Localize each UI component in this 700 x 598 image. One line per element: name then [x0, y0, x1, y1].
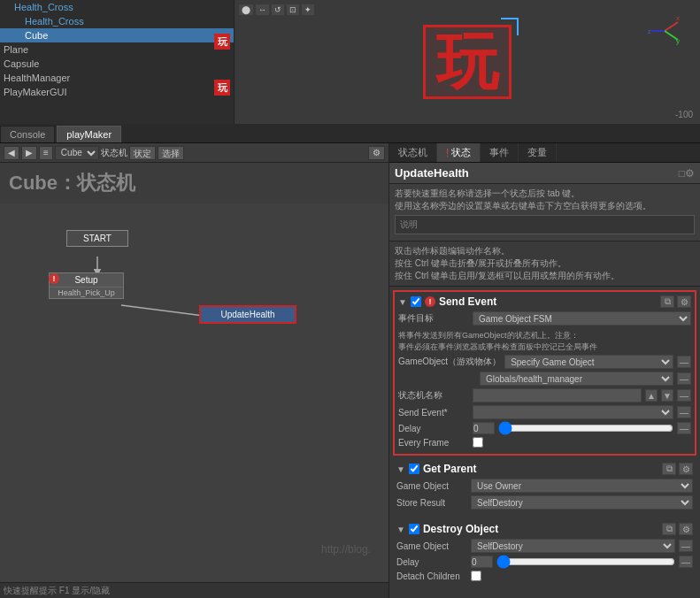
insp-tab-vars[interactable]: 变量	[519, 143, 557, 162]
sm-node-setup[interactable]: Setup Health_Pick_Up	[49, 272, 124, 299]
destroy-collapse[interactable]: ▼	[396, 525, 405, 534]
hierarchy-item-cube[interactable]: Cube	[0, 28, 234, 42]
scene-nav-btn5[interactable]: ✦	[302, 4, 314, 15]
destroy-gear-btn[interactable]: ⚙	[679, 523, 693, 535]
section-collapse-arrow[interactable]: ▼	[398, 297, 407, 307]
hierarchy-item[interactable]: Health_Cross	[0, 0, 234, 14]
get-parent-go-label: Game Object	[396, 481, 467, 491]
sm-connectors	[0, 203, 388, 582]
axis-gizmo: x y z	[647, 13, 682, 49]
hierarchy-item-playmaker[interactable]: PlayMakerGUI	[0, 85, 234, 99]
chinese-logo: 玩	[423, 25, 512, 99]
pm-settings-btn[interactable]: ⚙	[368, 146, 385, 160]
fsm-up-btn[interactable]: ▲	[645, 389, 658, 402]
pm-next-btn[interactable]: ▶	[21, 146, 37, 160]
destroy-go-minus-btn[interactable]: —	[679, 540, 693, 552]
section-title-destroy: Destroy Object	[423, 523, 498, 535]
destroy-delay-input[interactable]	[471, 556, 493, 568]
destroy-go-select[interactable]: SelfDestory	[471, 539, 675, 553]
get-parent-section: ▼ Get Parent ⧉ ⚙ Game Object Use Owner	[393, 459, 696, 516]
fsm-name-input[interactable]	[473, 388, 642, 402]
gameobject-row: GameObject（游戏物体） Specify Game Object —	[398, 355, 691, 369]
section-copy-btn[interactable]: ⧉	[660, 295, 674, 308]
pm-list-btn[interactable]: ≡	[39, 146, 53, 160]
get-parent-store-label: Store Result	[396, 498, 467, 508]
hierarchy-item-capsule[interactable]: Capsule	[0, 57, 234, 71]
insp-scroll[interactable]: ▼ ! Send Event ⧉ ⚙ 事件目标 Game Object	[389, 287, 700, 598]
get-parent-go-select[interactable]: Use Owner	[471, 479, 693, 493]
section-gear-btn[interactable]: ⚙	[677, 295, 691, 308]
get-parent-collapse[interactable]: ▼	[396, 464, 405, 474]
section-title-get-parent: Get Parent	[423, 463, 477, 475]
delay-slider[interactable]	[498, 423, 673, 433]
sm-node-start[interactable]: START	[66, 230, 128, 247]
destroy-detach-row: Detach Children	[396, 571, 693, 581]
destroy-delay-row: Delay —	[396, 556, 693, 568]
pm-title: Cube：状态机	[0, 163, 388, 203]
globals-select[interactable]: Globals/health_manager	[480, 372, 673, 386]
inspector-panel: 状态机 !状态 事件 变量 UpdateHealth □ ⚙ 若要快速重组名称请…	[389, 143, 700, 598]
delay-minus-btn[interactable]: —	[677, 422, 691, 434]
fsm-name-label: 状态机名称	[398, 389, 469, 402]
error-icon: !	[446, 147, 449, 159]
insp-square-btn[interactable]: □	[679, 167, 685, 180]
delay-input[interactable]	[473, 422, 495, 434]
insp-tab-events[interactable]: 事件	[481, 143, 519, 162]
destroy-copy-btn[interactable]: ⧉	[662, 523, 676, 535]
pm-select-btn[interactable]: 选择	[158, 146, 184, 160]
insp-gear-btn[interactable]: ⚙	[685, 167, 695, 180]
pm-prev-btn[interactable]: ◀	[4, 146, 19, 160]
event-target-select[interactable]: Game Object FSM	[473, 311, 691, 326]
inspector-tabs: 状态机 !状态 事件 变量	[389, 143, 700, 163]
event-target-label: 事件目标	[398, 312, 469, 325]
tab-playmaker[interactable]: playMaker	[57, 126, 121, 142]
send-event-minus-btn[interactable]: —	[677, 406, 691, 418]
send-event-select[interactable]	[473, 405, 673, 419]
fsm-name-row: 状态机名称 ▲ ▼ —	[398, 388, 691, 402]
fsm-down-btn[interactable]: ▼	[661, 389, 673, 402]
pm-bottom-bar: 快速提醒提示 F1 显示/隐藏	[0, 582, 388, 598]
note-box[interactable]: 说明	[395, 215, 695, 234]
pm-fsm-select[interactable]: Cube	[55, 146, 99, 160]
section-error-icon: !	[425, 296, 435, 307]
destroy-delay-minus-btn[interactable]: —	[679, 556, 693, 568]
scene-nav-btn4[interactable]: ⊡	[287, 4, 299, 15]
pm-fix-btn[interactable]: 状定	[129, 146, 156, 160]
pm-statemachine-label: 状态机	[101, 147, 127, 159]
get-parent-checkbox[interactable]	[409, 464, 419, 474]
action-title: UpdateHealth	[395, 166, 679, 180]
hierarchy-item-healthmanager[interactable]: HealthManager	[0, 71, 234, 85]
send-event-checkbox[interactable]	[411, 296, 421, 307]
get-parent-store-select[interactable]: SelfDestory	[471, 495, 693, 510]
get-parent-go-row: Game Object Use Owner	[396, 479, 693, 493]
svg-line-7	[121, 305, 204, 316]
gameobject-select[interactable]: Specify Game Object	[504, 355, 673, 369]
scene-nav-btn[interactable]: ⬤	[239, 4, 253, 15]
section-title-send: Send Event	[439, 295, 496, 308]
globals-minus-btn[interactable]: —	[677, 372, 691, 385]
send-event-desc: 将事件发送到所有GameObject的状态机上。注意： 事件必须在事件浏览器或事…	[398, 328, 691, 355]
insp-tab-state[interactable]: !状态	[437, 143, 481, 162]
insp-hints: 双击动作标题编辑动作名称。 按住 Ctrl 键单击折叠/展开或折叠所有动作。 按…	[389, 242, 700, 287]
sm-canvas[interactable]: START Setup Health_Pick_Up ! UpdateHealt…	[0, 203, 388, 582]
destroy-checkbox[interactable]	[409, 524, 419, 534]
get-parent-gear-btn[interactable]: ⚙	[679, 463, 693, 475]
scene-nav-btn2[interactable]: ↔	[256, 4, 269, 15]
hierarchy-item-plane[interactable]: Plane	[0, 42, 234, 57]
every-frame-checkbox[interactable]	[473, 437, 483, 448]
get-parent-copy-btn[interactable]: ⧉	[662, 463, 676, 475]
fsm-minus-btn[interactable]: —	[677, 389, 691, 402]
svg-text:y: y	[676, 37, 680, 45]
gameobject-label: GameObject（游戏物体）	[398, 356, 501, 368]
get-parent-section-icons: ⧉ ⚙	[662, 463, 693, 475]
insp-header: UpdateHealth □ ⚙	[389, 163, 700, 184]
sm-node-updatehealth[interactable]: UpdateHealth	[199, 305, 296, 324]
tab-console[interactable]: Console	[0, 126, 55, 142]
destroy-detach-checkbox[interactable]	[471, 571, 481, 581]
destroy-delay-slider[interactable]	[496, 556, 675, 567]
go-minus-btn[interactable]: —	[677, 356, 691, 368]
hierarchy-item[interactable]: Health_Cross	[0, 14, 234, 28]
section-header-send: ▼ ! Send Event ⧉ ⚙	[398, 295, 691, 308]
scene-nav-btn3[interactable]: ↺	[272, 4, 284, 15]
insp-tab-statemachine[interactable]: 状态机	[389, 143, 437, 162]
